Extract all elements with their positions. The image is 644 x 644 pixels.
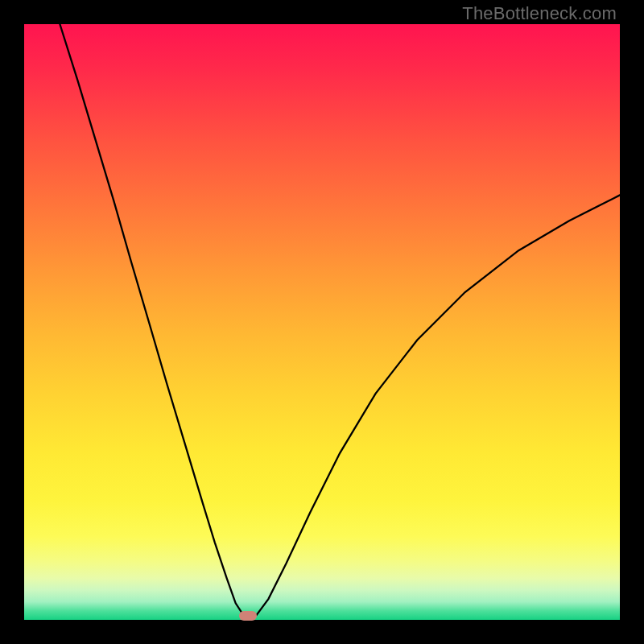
chart-frame xyxy=(24,24,620,620)
watermark-text: TheBottleneck.com xyxy=(462,3,617,24)
curve-left-branch xyxy=(60,24,243,615)
minimum-marker xyxy=(239,611,257,621)
bottleneck-curve xyxy=(24,24,620,620)
curve-right-branch xyxy=(257,195,620,615)
